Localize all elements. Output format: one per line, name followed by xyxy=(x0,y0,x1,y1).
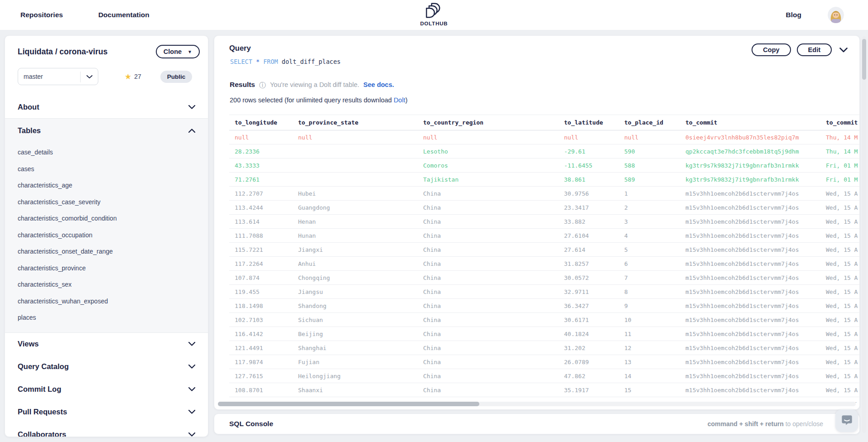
cell-to-place-id: 588 xyxy=(619,159,680,173)
cell-to-place-id: 6 xyxy=(619,257,680,271)
table-row[interactable]: 127.7615 Heilongjiang China 47.862 14 m1… xyxy=(229,369,859,383)
table-row[interactable]: 115.7221 Jiangxi China 27.614 5 m15v3hh1… xyxy=(229,243,859,257)
section-label: Commit Log xyxy=(18,385,61,394)
cell-to-commit-date: Thu, 14 M xyxy=(820,130,859,144)
column-header[interactable]: to_latitude xyxy=(559,115,619,130)
chat-widget-button[interactable] xyxy=(835,409,858,432)
cell-to-commit-date: Wed, 15 A xyxy=(820,215,859,229)
sidebar-section-commit-log[interactable]: Commit Log xyxy=(5,378,208,401)
edit-button[interactable]: Edit xyxy=(797,43,832,56)
cell-to-longitude: 117.2264 xyxy=(229,257,293,271)
sidebar-section-tables[interactable]: Tables xyxy=(5,119,208,142)
table-row[interactable]: 108.8701 Shaanxi China 35.1917 15 m15v3h… xyxy=(229,383,859,397)
cell-to-commit-date: Wed, 15 A xyxy=(820,257,859,271)
results-header: Results ⓘ You're viewing a Dolt diff tab… xyxy=(230,81,394,89)
column-header[interactable]: to_place_id xyxy=(619,115,680,130)
sql-console-bar[interactable]: SQL Console command + shift + return to … xyxy=(214,413,860,434)
column-header[interactable]: to_longitude xyxy=(229,115,293,130)
table-row[interactable]: 43.3333 Comoros -11.6455 588 kg3tr9s7k98… xyxy=(229,159,859,173)
see-docs-link[interactable]: See docs. xyxy=(363,81,394,88)
copy-button[interactable]: Copy xyxy=(752,43,791,56)
sql-star-token: * xyxy=(256,58,260,65)
cell-to-longitude: 118.1498 xyxy=(229,299,293,313)
nav-link-blog[interactable]: Blog xyxy=(786,11,801,19)
cell-to-country-region: China xyxy=(418,187,559,201)
nav-link-documentation[interactable]: Documentation xyxy=(98,11,149,19)
cell-to-longitude: 116.4142 xyxy=(229,327,293,341)
sidebar-section-collaborators[interactable]: Collaborators xyxy=(5,423,208,437)
table-row[interactable]: 71.2761 Tajikistan 38.861 589 kg3tr9s7k9… xyxy=(229,173,859,187)
column-header[interactable]: to_country_region xyxy=(418,115,559,130)
cell-to-longitude: 107.874 xyxy=(229,271,293,285)
cell-to-country-region: China xyxy=(418,215,559,229)
table-list-item[interactable]: characteristics_wuhan_exposed xyxy=(5,293,208,310)
vertical-scrollbar-thumb[interactable] xyxy=(862,39,866,80)
table-row[interactable]: 102.7103 Sichuan China 30.6171 10 m15v3h… xyxy=(229,313,859,327)
cell-to-place-id: 589 xyxy=(619,173,680,187)
dolt-download-link[interactable]: Dolt xyxy=(394,96,405,104)
cell-to-commit-date: Wed, 15 A xyxy=(820,341,859,355)
user-avatar[interactable] xyxy=(828,7,844,23)
table-list-item[interactable]: places xyxy=(5,309,208,326)
table-list-item[interactable]: characteristics_age xyxy=(5,177,208,194)
cell-to-commit-date: Wed, 15 A xyxy=(820,187,859,201)
table-row[interactable]: 113.614 Henan China 33.882 3 m15v3hh1oem… xyxy=(229,215,859,229)
cell-to-commit: m15v3hh1oemcoh2b6d1sctervmm7j4os xyxy=(680,355,820,369)
sidebar-section-pull-requests[interactable]: Pull Requests xyxy=(5,401,208,423)
table-row[interactable]: 116.4142 Beijing China 40.1824 11 m15v3h… xyxy=(229,327,859,341)
sidebar-section-about[interactable]: About xyxy=(5,96,208,118)
table-list-item[interactable]: characteristics_case_severity xyxy=(5,194,208,211)
sql-query-text[interactable]: SELECT * FROM dolt_diff_places xyxy=(230,58,341,65)
cell-to-place-id: 14 xyxy=(619,369,680,383)
dolthub-logo[interactable]: DOLTHUB xyxy=(420,2,448,26)
table-list-item[interactable]: characteristics_onset_date_range xyxy=(5,243,208,260)
table-row[interactable]: 117.9874 Fujian China 26.0789 13 m15v3hh… xyxy=(229,355,859,369)
vertical-scrollbar[interactable] xyxy=(862,36,866,433)
dolthub-logo-text: DOLTHUB xyxy=(420,21,448,26)
top-nav: Repositories Documentation DOLTHUB Blog xyxy=(0,0,868,30)
table-list-item[interactable]: characteristics_sex xyxy=(5,276,208,293)
cell-to-longitude: 115.7221 xyxy=(229,243,293,257)
table-row[interactable]: 28.2336 Lesotho -29.61 590 qp2kccaqt3e7h… xyxy=(229,144,859,159)
column-header[interactable]: to_commit xyxy=(820,115,859,130)
sidebar-section-views[interactable]: Views xyxy=(5,333,208,356)
cell-to-country-region: China xyxy=(418,369,559,383)
table-list-item[interactable]: characteristics_occupation xyxy=(5,227,208,244)
repo-sidebar: Liquidata / corona-virus Clone ▼ master … xyxy=(5,35,208,437)
horizontal-scrollbar[interactable] xyxy=(218,402,856,406)
branch-selector[interactable]: master xyxy=(18,68,98,85)
cell-to-place-id: 15 xyxy=(619,383,680,397)
sidebar-section-query-catalog[interactable]: Query Catalog xyxy=(5,356,208,378)
table-row[interactable]: 118.1498 Shandong China 36.3427 9 m15v3h… xyxy=(229,299,859,313)
cell-to-latitude: 23.3417 xyxy=(559,201,619,215)
star-count[interactable]: ★ 27 xyxy=(125,73,141,81)
cell-to-country-region: China xyxy=(418,355,559,369)
cell-to-province-state: Hunan xyxy=(293,229,418,243)
table-row[interactable]: 117.2264 Anhui China 31.8257 6 m15v3hh1o… xyxy=(229,257,859,271)
nav-link-repositories[interactable]: Repositories xyxy=(20,11,63,19)
repo-title[interactable]: Liquidata / corona-virus xyxy=(18,47,107,57)
table-row[interactable]: 111.7088 Hunan China 27.6104 4 m15v3hh1o… xyxy=(229,229,859,243)
table-row[interactable]: 113.4244 Guangdong China 23.3417 2 m15v3… xyxy=(229,201,859,215)
table-row[interactable]: 119.455 Jiangsu China 32.9711 8 m15v3hh1… xyxy=(229,285,859,299)
collapse-chevron-down-icon[interactable] xyxy=(839,48,848,53)
cell-to-longitude: 111.7088 xyxy=(229,229,293,243)
column-header[interactable]: to_commit xyxy=(680,115,820,130)
table-list-item[interactable]: cases xyxy=(5,161,208,178)
horizontal-scrollbar-thumb[interactable] xyxy=(218,402,479,406)
shortcut-keys: command + shift + return xyxy=(708,420,784,428)
clone-button[interactable]: Clone ▼ xyxy=(156,45,200,58)
table-row[interactable]: 121.4491 Shanghai China 31.202 12 m15v3h… xyxy=(229,341,859,355)
cell-to-latitude: 27.6104 xyxy=(559,229,619,243)
column-header[interactable]: to_province_state xyxy=(293,115,418,130)
table-row[interactable]: 107.874 Chongqing China 30.0572 7 m15v3h… xyxy=(229,271,859,285)
cell-to-commit: kg3tr9s7k9832j7it9gbnrafb3n1rmkk xyxy=(680,173,820,187)
table-list-item[interactable]: case_details xyxy=(5,144,208,161)
table-row[interactable]: 112.2707 Hubei China 30.9756 1 m15v3hh1o… xyxy=(229,187,859,201)
table-list-item[interactable]: characteristics_comorbid_condition xyxy=(5,210,208,227)
cell-to-latitude: 26.0789 xyxy=(559,355,619,369)
table-list-item[interactable]: characteristics_province xyxy=(5,260,208,277)
nav-links-left: Repositories Documentation xyxy=(20,0,149,30)
cell-to-commit-date: Wed, 15 A xyxy=(820,285,859,299)
table-row[interactable]: null null null null null 0sieej4vrv3lnh8… xyxy=(229,130,859,144)
